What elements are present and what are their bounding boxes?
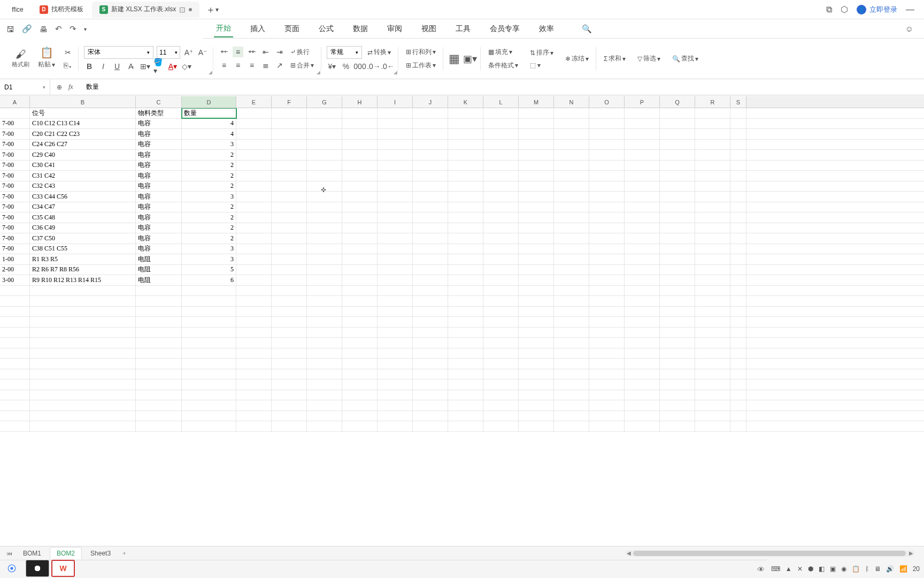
cell[interactable] (660, 129, 695, 139)
cell[interactable] (413, 265, 448, 275)
cell[interactable] (342, 379, 378, 390)
cell[interactable] (236, 171, 272, 181)
cell[interactable] (307, 307, 342, 317)
cell[interactable] (448, 317, 483, 327)
name-box[interactable]: D1 ▾ (0, 79, 50, 95)
cell[interactable] (0, 369, 30, 379)
cell[interactable] (236, 181, 272, 192)
cell[interactable] (272, 348, 307, 359)
menu-efficiency[interactable]: 效率 (537, 21, 556, 37)
cell[interactable] (307, 150, 342, 160)
cell[interactable]: 3-00 (0, 275, 30, 285)
cell[interactable] (589, 286, 625, 296)
sheet-tab-bom2[interactable]: BOM2 (50, 547, 82, 559)
percent-icon[interactable]: % (341, 61, 351, 72)
cell[interactable] (236, 379, 272, 390)
column-header-R[interactable]: R (695, 96, 730, 108)
cell[interactable] (448, 328, 483, 338)
cell[interactable] (448, 202, 483, 212)
cell[interactable] (342, 307, 378, 317)
cell[interactable] (519, 212, 554, 223)
cell[interactable]: R1 R3 R5 (30, 254, 136, 264)
cell[interactable] (625, 233, 660, 244)
cell[interactable] (695, 296, 730, 306)
cell[interactable] (695, 171, 730, 181)
tray-keyboard-icon[interactable]: ⌨ (771, 565, 780, 573)
cell[interactable] (378, 286, 413, 296)
cell[interactable] (236, 202, 272, 212)
sheet-tab-bom1[interactable]: BOM1 (17, 547, 48, 559)
cell[interactable] (342, 108, 378, 118)
cell[interactable] (342, 338, 378, 348)
cell[interactable] (272, 286, 307, 296)
cell[interactable] (272, 390, 307, 400)
cell[interactable] (730, 369, 746, 379)
cell[interactable]: 电阻 (136, 275, 182, 285)
cell[interactable] (483, 390, 519, 400)
cell[interactable] (378, 400, 413, 410)
sum-button[interactable]: Σ 求和 ▾ (602, 53, 628, 64)
cell[interactable] (342, 348, 378, 359)
cell[interactable] (519, 129, 554, 139)
cell[interactable] (272, 119, 307, 129)
cell[interactable] (695, 359, 730, 369)
wrap-button[interactable]: ⤶ 换行 (288, 47, 312, 58)
cell[interactable] (307, 421, 342, 431)
cell[interactable] (413, 411, 448, 421)
cell[interactable] (448, 307, 483, 317)
cell[interactable] (589, 328, 625, 338)
cell[interactable] (413, 286, 448, 296)
cell[interactable] (730, 129, 746, 139)
cell[interactable] (182, 328, 236, 338)
cell[interactable] (342, 275, 378, 285)
cell[interactable] (378, 338, 413, 348)
cell[interactable] (483, 254, 519, 264)
cell[interactable] (519, 307, 554, 317)
cell[interactable] (625, 317, 660, 327)
cell[interactable] (342, 202, 378, 212)
cell[interactable]: 2-00 (0, 265, 30, 275)
cell[interactable] (0, 359, 30, 369)
cell[interactable]: 电容 (136, 140, 182, 150)
cell[interactable] (30, 328, 136, 338)
cell[interactable]: R9 R10 R12 R13 R14 R15 (30, 275, 136, 285)
cell[interactable] (307, 171, 342, 181)
tray-nvidia-icon[interactable]: ◉ (841, 565, 846, 573)
cell[interactable] (136, 296, 182, 306)
cell[interactable] (625, 202, 660, 212)
cell[interactable] (483, 348, 519, 359)
cell[interactable]: 1-00 (0, 254, 30, 264)
cell[interactable] (182, 286, 236, 296)
cell[interactable] (519, 317, 554, 327)
cell[interactable] (519, 265, 554, 275)
cell[interactable] (0, 348, 30, 359)
column-header-C[interactable]: C (136, 96, 182, 108)
cell[interactable] (307, 400, 342, 410)
cell[interactable] (30, 400, 136, 410)
cell[interactable] (378, 244, 413, 254)
cell[interactable] (519, 421, 554, 431)
cell[interactable] (378, 108, 413, 118)
cell[interactable] (554, 161, 589, 171)
cell[interactable]: 4 (182, 119, 236, 129)
search-icon[interactable]: 🔍 (582, 24, 592, 34)
column-header-B[interactable]: B (30, 96, 136, 108)
cell[interactable] (730, 338, 746, 348)
cell[interactable] (448, 359, 483, 369)
cell[interactable] (378, 150, 413, 160)
horizontal-scrollbar[interactable]: ◀ ▶ (626, 550, 914, 557)
cell[interactable] (448, 338, 483, 348)
menu-review[interactable]: 审阅 (385, 21, 404, 37)
cell[interactable] (378, 254, 413, 264)
cell[interactable] (378, 348, 413, 359)
cell[interactable] (272, 140, 307, 150)
panel-icon[interactable]: ⧉ (826, 5, 832, 14)
cell[interactable] (660, 161, 695, 171)
cell[interactable] (448, 265, 483, 275)
cell[interactable] (589, 379, 625, 390)
tray-time[interactable]: 20 (913, 565, 920, 573)
cell[interactable] (695, 421, 730, 431)
cell[interactable] (695, 233, 730, 244)
cell[interactable] (236, 390, 272, 400)
cell[interactable]: 4 (182, 129, 236, 139)
